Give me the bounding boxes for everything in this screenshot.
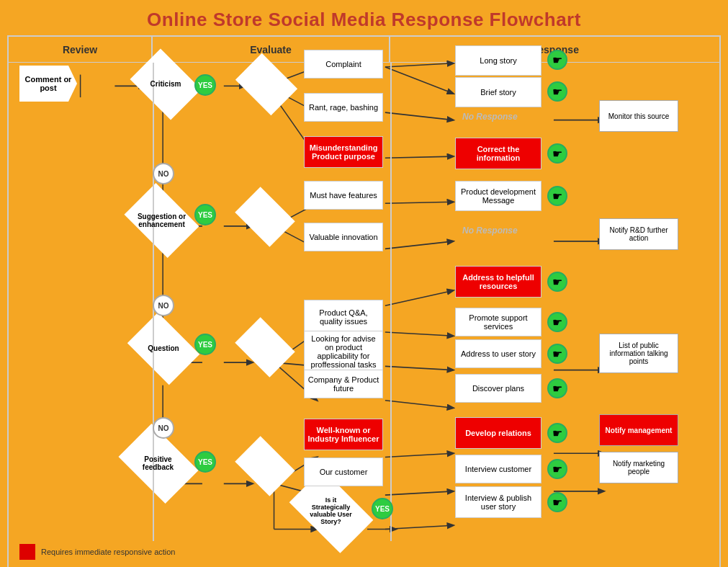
positive-feedback-label: Positive feedback [133,455,184,471]
strategically-yes-badge: YES [372,498,393,519]
svg-line-25 [385,63,454,67]
suggestion-yes-badge: YES [194,204,216,226]
svg-line-27 [385,112,454,120]
notify-rd-box: Notify R&D further action [599,218,678,250]
interview-publish-hand[interactable]: ☛ [547,492,567,512]
develop-relations-box: Develop relations [455,417,541,449]
positive-eval-diamond [238,446,292,486]
address-helpful-box: Address to helpfull resources [455,266,541,298]
svg-line-35 [385,453,454,457]
comment-post-label: Comment or post [19,75,77,92]
notify-management-box: Notify management [599,414,678,446]
interview-customer-hand[interactable]: ☛ [547,459,567,479]
address-user-story-box: Address to user story [455,339,541,368]
looking-for-advise-box: Looking for advise on product applicabil… [304,331,383,372]
criticism-yes-badge: YES [194,74,216,96]
product-dev-box: Product development Message [455,181,541,211]
strategically-label: Is it Strategically valuable User Story? [306,496,356,525]
correct-info-box: Correct the information [455,138,541,169]
suggestion-eval-diamond [238,197,292,236]
svg-line-29 [385,202,454,203]
criticism-diamond: Criticism [137,64,194,104]
positive-feedback-diamond: Positive feedback [120,439,196,488]
criticism-no-badge: NO [153,163,174,184]
flowchart-container: Review Evaluate Response [7,35,721,567]
legend-text: Requires immediate responsive action [41,548,175,556]
question-eval-diamond [238,327,292,367]
svg-line-30 [385,241,454,249]
svg-line-34 [385,401,454,408]
criticism-label: Criticism [140,80,191,88]
legend: Requires immediate responsive action [19,544,175,560]
no-response-2: No Response [462,226,518,236]
well-known-box: Well-known or Industry Influencer [304,419,383,450]
svg-line-28 [385,156,454,158]
notify-marketing-box: Notify marketing people [599,452,678,483]
brief-story-hand[interactable]: ☛ [547,81,567,102]
comment-post-shape: Comment or post [19,66,77,102]
discover-plans-box: Discover plans [455,374,541,403]
discover-plans-hand[interactable]: ☛ [547,378,567,398]
suggestion-label: Suggestion or enhancement [137,213,187,228]
develop-relations-hand[interactable]: ☛ [547,423,567,443]
legend-color-box [19,544,35,560]
address-user-story-hand[interactable]: ☛ [547,344,567,364]
suggestion-diamond: Suggestion or enhancement [127,197,196,244]
long-story-hand[interactable]: ☛ [547,50,567,70]
svg-line-37 [385,525,454,529]
svg-line-36 [385,491,454,495]
brief-story-box: Brief story [455,77,541,107]
correct-info-hand[interactable]: ☛ [547,143,567,164]
divider-evaluate [390,63,392,541]
misunderstanding-box: Misunderstanding Product purpose [304,136,383,168]
rant-box: Rant, rage, bashing [304,93,383,122]
monitor-source-box: Monitor this source [599,100,678,132]
list-public-box: List of public information talking point… [599,334,678,373]
page-title-area: Online Store Social Media Response Flowc… [0,0,728,35]
strategically-diamond: Is it Strategically valuable User Story? [289,486,372,535]
address-helpful-hand[interactable]: ☛ [547,272,567,292]
no-response-1: No Response [462,112,518,122]
valuable-innovation-box: Valuable innovation [304,223,383,251]
product-qa-box: Product Q&A, quality issues [304,300,383,334]
product-dev-hand[interactable]: ☛ [547,186,567,206]
svg-line-31 [385,290,454,305]
complaint-box: Complaint [304,50,383,79]
must-have-box: Must have features [304,181,383,210]
question-diamond: Question [131,325,196,372]
question-label: Question [138,344,189,352]
interview-customer-box: Interview customer [455,455,541,483]
svg-line-32 [385,332,454,336]
question-no-badge: NO [153,417,174,439]
company-future-box: Company & Product future [304,370,383,398]
positive-yes-badge: YES [194,451,216,473]
interview-publish-box: Interview & publish user story [455,486,541,518]
main-title: Online Store Social Media Response Flowc… [0,0,728,35]
col-header-review: Review [9,37,153,62]
svg-line-26 [385,67,454,94]
question-yes-badge: YES [194,334,216,355]
long-story-box: Long story [455,45,541,76]
criticism-eval-diamond [239,64,293,104]
promote-support-hand[interactable]: ☛ [547,312,567,332]
svg-line-33 [385,366,454,370]
our-customer-box: Our customer [304,457,383,486]
promote-support-box: Promote support services [455,308,541,336]
suggestion-no-badge: NO [153,295,174,316]
